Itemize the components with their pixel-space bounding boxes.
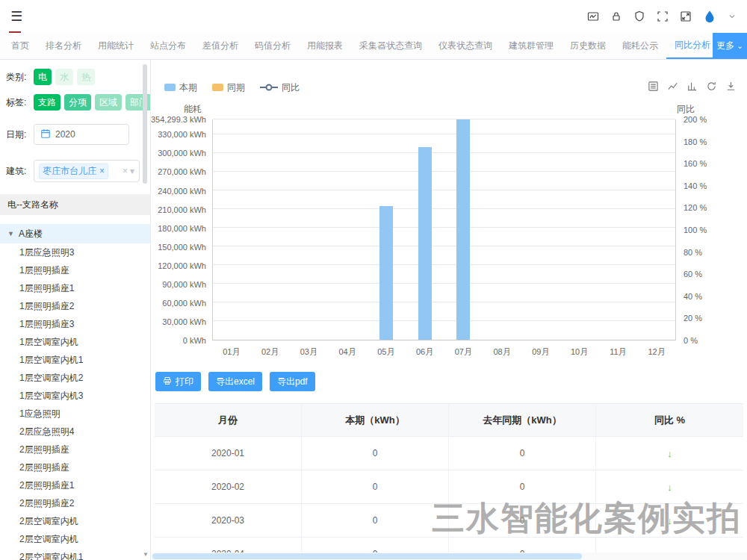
expand-icon[interactable] bbox=[680, 10, 692, 22]
sidebar-scrollbar[interactable]: ▼ bbox=[142, 61, 149, 560]
chart-bar[interactable] bbox=[379, 206, 393, 340]
clear-icon[interactable]: × bbox=[123, 166, 128, 176]
tag-close-icon[interactable]: × bbox=[99, 166, 105, 176]
date-value: 2020 bbox=[55, 129, 75, 140]
tab-item[interactable]: 仪表状态查询 bbox=[430, 33, 500, 59]
y-axis-right-tick-label: 200 % bbox=[684, 115, 707, 124]
tab-item[interactable]: 排名分析 bbox=[37, 33, 90, 59]
download-icon[interactable] bbox=[725, 81, 737, 92]
water-drop-logo[interactable] bbox=[703, 10, 716, 23]
horizontal-scrollbar-thumb[interactable] bbox=[152, 553, 582, 559]
table-cell: 0 bbox=[302, 470, 449, 503]
tree-item[interactable]: 1层空调室内机2 bbox=[0, 369, 150, 387]
building-tag-label: 枣庄市台儿庄 bbox=[43, 165, 96, 178]
tree-item[interactable]: 2层照明插座2 bbox=[0, 494, 150, 512]
tree-item[interactable]: 1应急照明 bbox=[0, 405, 150, 423]
tab-label: 码值分析 bbox=[255, 40, 291, 52]
category-option[interactable]: 水 bbox=[55, 69, 73, 85]
tab-item[interactable]: 能耗公示 bbox=[614, 33, 666, 59]
tab-item[interactable]: 用能报表 bbox=[299, 33, 351, 59]
refresh-icon[interactable] bbox=[706, 81, 717, 92]
tree-item[interactable]: 2层应急照明4 bbox=[0, 423, 150, 441]
legend-label: 同期 bbox=[227, 81, 245, 94]
tree-item[interactable]: 1层空调室内机1 bbox=[0, 351, 150, 369]
tab-item[interactable]: 历史数据 bbox=[562, 33, 614, 59]
chart-bar-column bbox=[483, 119, 521, 340]
export-pdf-button[interactable]: 导出pdf bbox=[270, 372, 315, 391]
fullscreen-icon[interactable] bbox=[657, 10, 669, 22]
date-input[interactable]: 2020 bbox=[34, 124, 129, 145]
printer-icon bbox=[163, 376, 172, 388]
table-header-cell: 去年同期（kWh） bbox=[449, 404, 596, 436]
menu-icon[interactable]: ☰ bbox=[10, 8, 22, 25]
select-chevron-icon[interactable]: ▾ bbox=[130, 166, 134, 176]
category-option[interactable]: 电 bbox=[34, 69, 52, 85]
bar-chart-icon[interactable] bbox=[686, 81, 698, 92]
scrollbar-thumb[interactable] bbox=[143, 64, 147, 184]
x-axis-tick-label: 04月 bbox=[328, 340, 367, 363]
x-axis-tick-label: 10月 bbox=[560, 340, 599, 363]
tree-item[interactable]: 2层空调室内机 bbox=[0, 512, 150, 530]
tree-item[interactable]: 1层照明插座3 bbox=[0, 315, 150, 333]
tree-item[interactable]: 2层照明插座1 bbox=[0, 476, 150, 494]
category-options: 电水热 bbox=[34, 69, 95, 85]
chart-bar[interactable] bbox=[418, 147, 432, 340]
y-axis-right-tick-label: 120 % bbox=[684, 203, 707, 212]
tab-item[interactable]: 用能统计 bbox=[90, 33, 142, 59]
tree-item[interactable]: 1层空调室内机 bbox=[0, 333, 150, 351]
tree-item[interactable]: 1层空调室内机3 bbox=[0, 387, 150, 405]
shield-icon[interactable] bbox=[633, 10, 645, 22]
tab-item[interactable]: 差值分析 bbox=[194, 33, 247, 59]
data-view-icon[interactable] bbox=[648, 81, 659, 92]
table-header-cell: 同比 % bbox=[596, 404, 743, 436]
more-button[interactable]: 更多 ⌄ bbox=[713, 33, 747, 59]
tab-item[interactable]: 建筑群管理 bbox=[500, 33, 562, 59]
export-excel-button[interactable]: 导出excel bbox=[208, 372, 262, 391]
signature-icon[interactable] bbox=[587, 10, 599, 22]
tab-item[interactable]: 站点分布 bbox=[142, 33, 194, 59]
table-row[interactable]: 2020-0200↓ bbox=[155, 470, 743, 504]
date-row: 日期: 2020 bbox=[6, 124, 140, 145]
chart-bar-column bbox=[213, 119, 252, 340]
chart-bar-column bbox=[444, 119, 483, 340]
tag-option[interactable]: 区域 bbox=[95, 94, 122, 111]
tag-option[interactable]: 分项 bbox=[64, 94, 91, 111]
legend-item[interactable]: 同比 bbox=[260, 81, 300, 94]
tree-item[interactable]: 1层照明插座2 bbox=[0, 297, 150, 315]
lock-icon[interactable] bbox=[610, 10, 622, 22]
tab-item[interactable]: 首页 bbox=[3, 33, 37, 59]
horizontal-scrollbar[interactable] bbox=[151, 553, 747, 560]
legend-item[interactable]: 同期 bbox=[212, 81, 245, 94]
scrollbar-down-arrow-icon[interactable]: ▼ bbox=[142, 551, 149, 560]
chart-bar[interactable] bbox=[456, 119, 470, 340]
y-axis-right-title: 同比 bbox=[677, 103, 695, 116]
table-row[interactable]: 2020-0300↓ bbox=[155, 504, 743, 538]
chevron-down-icon[interactable] bbox=[728, 12, 737, 21]
legend-item[interactable]: 本期 bbox=[164, 81, 197, 94]
tree-header: 电--支路名称 bbox=[0, 194, 150, 215]
tab-item[interactable]: 码值分析 bbox=[247, 33, 299, 59]
tree-item[interactable]: 2层照明插座 bbox=[0, 458, 150, 476]
table-header-row: 月份本期（kWh）去年同期（kWh）同比 % bbox=[155, 404, 743, 437]
y-axis-right-tick-label: 0 % bbox=[684, 336, 698, 345]
tree-item[interactable]: 1层照明插座 bbox=[0, 261, 150, 279]
tree-item[interactable]: 2层照明插座 bbox=[0, 441, 150, 458]
table-cell-yoy: ↓ bbox=[596, 437, 743, 470]
building-select[interactable]: 枣庄市台儿庄 × × ▾ bbox=[34, 160, 140, 182]
line-chart-icon[interactable] bbox=[667, 81, 678, 92]
tree-item[interactable]: 1层照明插座1 bbox=[0, 279, 150, 297]
category-option[interactable]: 热 bbox=[77, 69, 95, 85]
caret-down-icon[interactable]: ▼ bbox=[7, 230, 14, 237]
table-cell: 2020-01 bbox=[155, 437, 302, 470]
tree-item[interactable]: 1层应急照明3 bbox=[0, 243, 150, 261]
tree-item[interactable]: 2层空调室内机1 bbox=[0, 548, 150, 560]
tab-label: 历史数据 bbox=[570, 40, 606, 52]
tree-item[interactable]: 2层空调室内机 bbox=[0, 530, 150, 548]
tab-item[interactable]: 采集器状态查询 bbox=[351, 33, 430, 59]
tag-option[interactable]: 支路 bbox=[34, 94, 61, 111]
chart: 能耗 同比 354,299.3 kWh330,000 kWh300,000 kW… bbox=[151, 103, 747, 363]
tree-root[interactable]: ▼ A座楼 bbox=[0, 224, 150, 243]
table-row[interactable]: 2020-0100↓ bbox=[155, 437, 743, 470]
x-axis-labels: 01月02月03月04月05月06月07月08月09月10月11月12月 bbox=[212, 340, 676, 363]
print-button[interactable]: 打印 bbox=[155, 372, 201, 391]
